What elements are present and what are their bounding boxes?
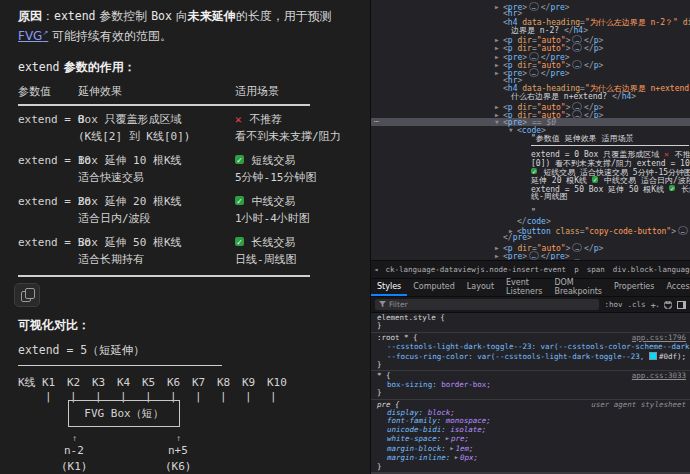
rule-source-link[interactable]: app.css:3033 (632, 372, 686, 380)
tab-properties[interactable]: Properties (608, 279, 660, 296)
fvg-link[interactable]: FVG↗ (18, 29, 48, 43)
table-rule (18, 104, 310, 106)
property-name: unicode-bidi: (387, 425, 450, 434)
axis-label: K线 (18, 374, 36, 391)
rule-selector[interactable]: element.style { (377, 314, 445, 322)
class-toggle-button[interactable]: .cls (628, 300, 646, 309)
rule-close-brace: } (371, 463, 690, 471)
property-value: 1em; (456, 444, 474, 453)
dom-tree-row[interactable]: ⋯▼<pre> == $0 (371, 118, 690, 126)
viz-subtitle: extend = 5（短延伸） (18, 342, 362, 359)
dom-tree-row[interactable]: 边界是 n-2? </h4> (371, 27, 690, 35)
expand-arrow[interactable]: ▼ (509, 126, 517, 134)
tick-mark: | (270, 388, 277, 405)
css-property[interactable]: unicode-bidi: isolate; (371, 426, 690, 434)
tick-mark: | (195, 388, 202, 405)
table-row: extend = 10Box 延伸 10 根K线适合快速交易✓ 短线交易5分钟-… (18, 152, 310, 186)
tab-event-listeners[interactable]: Event Listeners (500, 279, 548, 296)
print-simulation-icon[interactable] (664, 301, 672, 309)
filter-styles-input[interactable]: Filter (375, 299, 599, 310)
css-property[interactable]: box-sizing: border-box; (371, 381, 690, 389)
offset-label: n-2 (64, 442, 84, 459)
color-hex: #0df); (659, 352, 686, 361)
property-value: pre; (451, 434, 469, 443)
css-property[interactable]: white-space: ▶pre; (371, 434, 690, 443)
external-link-icon: ↗ (42, 29, 48, 37)
tab-computed[interactable]: Computed (407, 279, 461, 296)
breadcrumb-item[interactable]: span (583, 264, 609, 275)
expand-value-icon[interactable]: ▶ (455, 454, 458, 460)
pseudo-class-button[interactable]: :hov (604, 300, 622, 309)
inline-code: extend (54, 9, 96, 23)
cross-icon: ✕ (235, 113, 242, 126)
css-property[interactable]: margin-block: ▶1em; (371, 444, 690, 453)
property-name: margin-inline: (387, 453, 455, 462)
document-pane: 原因：extend 参数控制 Box 向未来延伸的长度，用于预测 FVG↗ 可能… (0, 0, 370, 474)
code-divider (531, 145, 689, 146)
table-rule (18, 275, 310, 277)
bold-text: 原因 (18, 9, 42, 23)
rule-source-link[interactable]: app.css:1796 (632, 334, 686, 342)
breadcrumb-item[interactable]: ck-language-dataviewjs.node-insert-event (382, 264, 571, 275)
param-cell: extend = 10 (18, 152, 78, 186)
property-name: white-space: (387, 434, 446, 443)
check-icon: ✓ (669, 185, 675, 191)
dom-tree-row[interactable]: </pre> (371, 234, 690, 242)
dom-tree-row[interactable]: ▶<p dir="auto">…</p> (371, 259, 690, 260)
dom-tree-row[interactable]: ▶<p dir="auto">…</p> (371, 243, 690, 251)
effect-cell: Box 只覆盖形成区域(K线[2] 到 K线[0]) (78, 111, 235, 145)
rule-source-link[interactable]: user agent stylesheet (591, 401, 686, 409)
table-header-row: 参数值延伸效果适用场景 (18, 84, 310, 100)
css-property[interactable]: --focus-ring-color: var(--csstools-light… (371, 352, 690, 361)
dom-tree-row[interactable]: ▶<p dir="auto">…</p> (371, 60, 690, 68)
rule-close-brace: } (371, 322, 690, 330)
dom-tree-row[interactable]: [0]) 看不到未来支撑/阻力 extend = 10 Box 延伸 10 根 (371, 160, 690, 168)
copy-code-button[interactable] (14, 283, 40, 307)
expand-value-icon[interactable]: ▶ (446, 435, 449, 441)
tab-styles[interactable]: Styles (371, 279, 407, 296)
offset-label: n+5 (168, 442, 188, 459)
dom-tree-row[interactable]: 延伸 20 根K线 ✓ 中线交易 适合日内/波段 1小时-4小时图 (371, 176, 690, 184)
dom-tree-row[interactable]: ▶<p dir="auto">…</p> (371, 110, 690, 118)
devtools-tabs: StylesComputedLayoutEvent ListenersDOM B… (371, 279, 690, 297)
dom-tree-row[interactable]: ▶<pre>…</pre> (371, 251, 690, 259)
css-rule: :root * {app.css:1796--csstools-light-da… (371, 333, 690, 372)
color-swatch[interactable] (649, 352, 657, 360)
dom-tree-row[interactable]: ▶<p dir="auto">…</p> (371, 35, 690, 43)
param-cell: extend = 0 (18, 111, 78, 145)
dom-tree-row[interactable]: ▶<p dir="auto">…</p> (371, 43, 690, 51)
dom-tree-row[interactable]: ▶<pre>…</pre> (371, 68, 690, 76)
expand-arrow[interactable]: ▼ (495, 118, 503, 126)
breadcrumb-item[interactable]: p (570, 264, 583, 275)
table-row: extend = 50Box 延伸 50 根K线适合长期持有✓ 长线交易日线-周… (18, 234, 310, 268)
tick-mark: | (45, 388, 52, 405)
overflow-ellipsis: ⋯ (374, 118, 380, 126)
sidebar-toggle-icon[interactable] (677, 301, 686, 309)
check-icon: ✓ (235, 155, 244, 164)
dom-tree-row[interactable]: </code> (371, 218, 690, 226)
expand-value-icon[interactable]: ▶ (450, 445, 453, 451)
css-property[interactable]: --csstools-light-dark-toggle--23: var(--… (371, 342, 690, 351)
dom-tree-row[interactable]: 线-周线图 (371, 193, 690, 201)
tab-layout[interactable]: Layout (461, 279, 500, 296)
property-name: --focus-ring-color: (387, 352, 477, 361)
breadcrumb-back-icon[interactable]: ◂ (371, 265, 382, 274)
breadcrumb-item[interactable]: div.block-language-github_markdown (609, 264, 690, 275)
dom-tree-row[interactable]: 什么右边界是 n+extend? </h4> (371, 93, 690, 101)
dom-tree-row[interactable]: ▶<p dir="auto">…</p> (371, 102, 690, 110)
dom-tree-row[interactable]: ▶<pre>…</pre> (371, 52, 690, 60)
k-label: (K6) (165, 458, 192, 474)
new-rule-button[interactable]: +▾ (651, 300, 659, 310)
rule-selector[interactable]: :root * { (377, 334, 418, 342)
dom-tree-row[interactable]: ✓ 短线交易 适合快速交易 5分钟-15分钟图 extend = 20 (371, 168, 690, 176)
tab-accessibility[interactable]: Accessibility (660, 279, 690, 296)
dom-tree-row[interactable]: "参数值 延伸效果 适用场景 (371, 135, 690, 143)
scene-cell: ✓ 短线交易5分钟-15分钟图 (235, 152, 317, 186)
dom-tree-row[interactable]: ▶<pre>…</pre> (371, 2, 690, 10)
tab-dom-breakpoints[interactable]: DOM Breakpoints (548, 279, 608, 296)
property-value: 0px; (460, 453, 478, 462)
css-property[interactable]: margin-inline: ▶0px; (371, 453, 690, 462)
ellipsis-pill[interactable]: … (572, 259, 582, 260)
table-row: extend = 20Box 延伸 20 根K线适合日内/波段✓ 中线交易1小时… (18, 193, 310, 227)
elements-tree: ▶<pre>…</pre><hr><h4 data-heading="为什么左边… (371, 0, 690, 260)
